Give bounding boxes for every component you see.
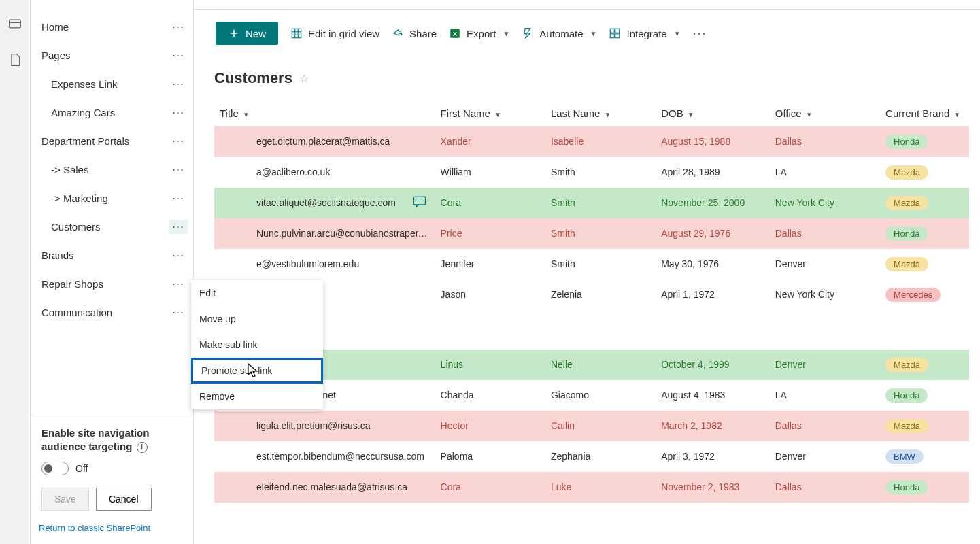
cell-fn: Xander bbox=[435, 126, 545, 157]
chevron-down-icon: ▼ bbox=[806, 111, 813, 118]
column-header-office[interactable]: Office▼ bbox=[770, 101, 880, 126]
file-icon[interactable] bbox=[8, 53, 22, 69]
cell-brand: Honda bbox=[880, 218, 969, 249]
cell-ln: Cailin bbox=[545, 411, 656, 441]
table-row[interactable]: eleifend.nec.malesuada@atrisus.caCoraLuk… bbox=[214, 472, 969, 503]
chevron-down-icon: ▼ bbox=[503, 30, 509, 37]
integrate-button[interactable]: Integrate ▼ bbox=[609, 27, 680, 39]
cell-dob: April 1, 1972 bbox=[656, 279, 770, 310]
table-row[interactable]: e@vestibulumlorem.eduJenniferSmithMay 30… bbox=[214, 249, 969, 279]
nav-item-ellipsis[interactable]: ··· bbox=[169, 77, 188, 91]
svg-rect-0 bbox=[10, 20, 21, 28]
chevron-down-icon: ▼ bbox=[604, 111, 611, 118]
export-button[interactable]: X Export ▼ bbox=[449, 27, 509, 39]
nav-item-expenses-link[interactable]: Expenses Link··· bbox=[31, 69, 193, 98]
nav-item-label: Home bbox=[41, 21, 69, 33]
cell-dob: October 4, 1999 bbox=[656, 350, 770, 380]
automate-button[interactable]: Automate ▼ bbox=[522, 27, 596, 39]
nav-item-label: Amazing Cars bbox=[51, 107, 115, 118]
nav-item-ellipsis[interactable]: ··· bbox=[169, 248, 188, 262]
audience-toggle[interactable] bbox=[41, 462, 69, 475]
nav-item--marketing[interactable]: -> Marketing··· bbox=[31, 184, 193, 212]
nav-item-communication[interactable]: Communication··· bbox=[31, 298, 193, 326]
nav-item-ellipsis[interactable]: ··· bbox=[169, 163, 188, 177]
nav-item-amazing-cars[interactable]: Amazing Cars··· bbox=[31, 98, 193, 126]
nav-item-home[interactable]: Home··· bbox=[31, 12, 193, 41]
nav-item-ellipsis[interactable]: ··· bbox=[169, 20, 188, 34]
cell-fn: Linus bbox=[435, 350, 545, 380]
cell-brand: Honda bbox=[880, 126, 969, 157]
brand-badge: Honda bbox=[885, 135, 928, 149]
share-button[interactable]: Share bbox=[392, 27, 437, 39]
save-button[interactable]: Save bbox=[41, 488, 89, 511]
cell-office: Denver bbox=[770, 350, 880, 380]
nav-item-ellipsis[interactable]: ··· bbox=[169, 105, 188, 120]
nav-item-customers[interactable]: Customers··· bbox=[31, 212, 193, 241]
comment-icon[interactable] bbox=[413, 197, 426, 209]
table-spacer bbox=[214, 310, 969, 350]
column-header-last-name[interactable]: Last Name▼ bbox=[545, 101, 656, 126]
context-edit[interactable]: Edit bbox=[191, 280, 323, 306]
column-header-title[interactable]: Title▼ bbox=[214, 101, 435, 126]
cell-ln: Giacomo bbox=[545, 380, 656, 411]
nav-item-ellipsis[interactable]: ··· bbox=[169, 277, 188, 291]
audience-targeting-section: Enable site navigation audience targetin… bbox=[31, 415, 193, 511]
command-bar: New Edit in grid view Share X Export ▼ A… bbox=[194, 10, 980, 57]
nav-item-ellipsis[interactable]: ··· bbox=[169, 48, 188, 63]
nav-item-ellipsis[interactable]: ··· bbox=[169, 220, 188, 234]
column-header-current-brand[interactable]: Current Brand▼ bbox=[880, 101, 969, 126]
brand-badge: Mazda bbox=[885, 358, 928, 372]
nav-item-repair-shops[interactable]: Repair Shops··· bbox=[31, 269, 193, 298]
card-icon[interactable] bbox=[8, 17, 22, 33]
svg-rect-13 bbox=[611, 34, 615, 38]
new-button[interactable]: New bbox=[216, 22, 278, 45]
table-row[interactable]: vitae.aliquet@sociisnatoque.comCoraSmith… bbox=[214, 188, 969, 218]
favorite-star-icon[interactable]: ☆ bbox=[299, 72, 309, 85]
nav-item-department-portals[interactable]: Department Portals··· bbox=[31, 126, 193, 155]
column-header-first-name[interactable]: First Name▼ bbox=[435, 101, 545, 126]
list-title: Customers bbox=[214, 69, 292, 87]
table-row[interactable]: on.comJasonZeleniaApril 1, 1972New York … bbox=[214, 279, 969, 310]
cell-fn: Jennifer bbox=[435, 249, 545, 279]
cell-dob: August 4, 1983 bbox=[656, 380, 770, 411]
table-row[interactable]: eget.dictum.placerat@mattis.caXanderIsab… bbox=[214, 126, 969, 157]
cell-office: Dallas bbox=[770, 472, 880, 503]
cell-brand: Mazda bbox=[880, 188, 969, 218]
info-icon[interactable]: i bbox=[137, 442, 148, 453]
cancel-button[interactable]: Cancel bbox=[96, 488, 152, 511]
return-classic-link[interactable]: Return to classic SharePoint bbox=[31, 511, 193, 537]
column-header-dob[interactable]: DOB▼ bbox=[656, 101, 770, 126]
cell-brand: Honda bbox=[880, 472, 969, 503]
table-row[interactable]: est.tempor.bibendum@neccursusa.comPaloma… bbox=[214, 441, 969, 472]
nav-item-pages[interactable]: Pages··· bbox=[31, 41, 193, 69]
cell-office: Dallas bbox=[770, 411, 880, 441]
chevron-down-icon: ▼ bbox=[243, 111, 250, 118]
nav-item-ellipsis[interactable]: ··· bbox=[169, 305, 188, 320]
table-row[interactable]: ligula.elit.pretium@risus.caHectorCailin… bbox=[214, 411, 969, 441]
nav-item--sales[interactable]: -> Sales··· bbox=[31, 155, 193, 184]
nav-item-brands[interactable]: Brands··· bbox=[31, 241, 193, 269]
cell-brand: Mercedes bbox=[880, 279, 969, 310]
edit-grid-button[interactable]: Edit in grid view bbox=[290, 27, 379, 39]
context-remove[interactable]: Remove bbox=[191, 384, 323, 409]
app-left-rail bbox=[0, 0, 31, 544]
table-row[interactable]: Nullam@Etiam.netChandaGiacomoAugust 4, 1… bbox=[214, 380, 969, 411]
cell-title: est.tempor.bibendum@neccursusa.com bbox=[214, 441, 435, 472]
more-commands-button[interactable]: ··· bbox=[693, 27, 707, 41]
context-make-sub-link[interactable]: Make sub link bbox=[191, 332, 323, 358]
nav-item-ellipsis[interactable]: ··· bbox=[169, 134, 188, 148]
nav-item-ellipsis[interactable]: ··· bbox=[169, 191, 188, 205]
cell-fn: Cora bbox=[435, 188, 545, 218]
cell-office: Denver bbox=[770, 249, 880, 279]
cell-dob: August 29, 1976 bbox=[656, 218, 770, 249]
brand-badge: Mazda bbox=[885, 165, 928, 180]
table-row[interactable]: a@aclibero.co.ukWilliamSmithApril 28, 19… bbox=[214, 157, 969, 188]
nav-context-menu: EditMove upMake sub linkPromote sub link… bbox=[191, 280, 323, 409]
table-row[interactable]: Nunc.pulvinar.arcu@conubianostraper.eduP… bbox=[214, 218, 969, 249]
chevron-down-icon: ▼ bbox=[688, 111, 694, 118]
nav-item-label: Communication bbox=[41, 307, 112, 318]
context-move-up[interactable]: Move up bbox=[191, 306, 323, 332]
chevron-down-icon: ▼ bbox=[590, 30, 597, 37]
table-row[interactable]: @in.eduLinusNelleOctober 4, 1999DenverMa… bbox=[214, 350, 969, 380]
cell-fn: Price bbox=[435, 218, 545, 249]
